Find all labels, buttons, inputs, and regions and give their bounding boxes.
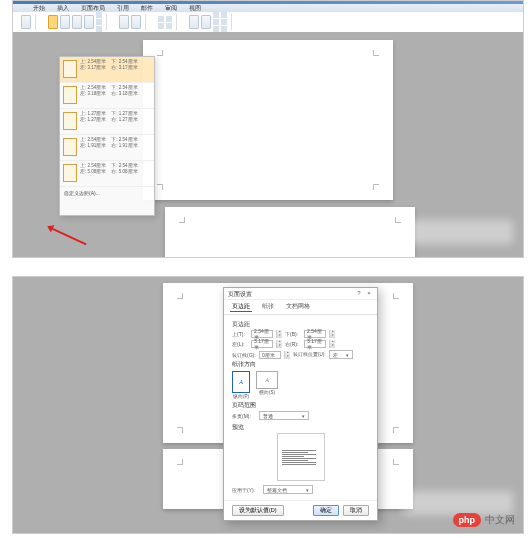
preview-thumbnail [277, 433, 325, 481]
margins-section-label: 页边距 [232, 321, 369, 328]
apply-to-label: 应用于(Y): [232, 487, 260, 493]
margin-option-narrow[interactable]: 上: 1.27厘米下: 1.27厘米 左: 1.27厘米右: 1.27厘米 [60, 109, 154, 135]
orientation-landscape[interactable]: A [256, 371, 278, 389]
ribbon-tab[interactable]: 开始 [33, 4, 45, 12]
orientation-portrait[interactable]: A [232, 371, 250, 393]
bring-forward[interactable] [213, 12, 219, 18]
dialog-close-icon[interactable]: × [365, 290, 373, 297]
margin-preset-icon [63, 60, 77, 78]
preview-section-label: 预览 [232, 424, 369, 431]
ribbon-group-background [115, 14, 146, 30]
bottom-label: 下(B): [285, 331, 301, 337]
spinner-icon[interactable]: ▴▾ [329, 330, 335, 338]
gutter-pos-label: 装订线位置(U): [293, 352, 326, 357]
line-numbers-button[interactable] [96, 19, 102, 25]
portrait-icon: A [239, 379, 243, 385]
margin-guide [373, 184, 379, 190]
margin-preset-icon [63, 86, 77, 104]
gutter-label: 装订线(G): [232, 352, 256, 358]
margins-button[interactable] [48, 15, 58, 29]
watermark-text: 中文网 [485, 513, 515, 527]
position-button[interactable] [189, 15, 199, 29]
multi-pages-label: 多页(M): [232, 413, 256, 419]
ribbon-group-pagesetup [44, 14, 107, 30]
margin-guide [157, 184, 163, 190]
margin-guide [177, 427, 183, 433]
watermark: php 中文网 [453, 513, 516, 527]
gutter-input[interactable]: 0厘米 [259, 351, 281, 359]
ribbon-group-clipboard [17, 14, 36, 30]
spinner-icon[interactable]: ▴▾ [329, 340, 335, 348]
margin-guide [157, 50, 163, 56]
dialog-footer: 设为默认值(D) 确定 取消 [224, 500, 377, 520]
wrap-button[interactable] [201, 15, 211, 29]
document-page-2[interactable] [165, 207, 415, 257]
margin-guide [393, 427, 399, 433]
dialog-body: 页边距 上(T): 2.54厘米 ▴▾ 下(B): 2.54厘米 ▴▾ 左(L)… [224, 315, 377, 500]
margin-guide [395, 217, 401, 223]
ribbon-tab[interactable]: 页面布局 [81, 4, 105, 12]
screenshot-word-margins: 开始 插入 页面布局 引用 邮件 审阅 视图 [12, 0, 524, 258]
ok-button[interactable]: 确定 [313, 505, 339, 516]
left-input[interactable]: 3.17厘米 [251, 340, 273, 348]
document-workspace: 上: 2.54厘米下: 2.54厘米 左: 3.17厘米右: 3.17厘米 上:… [13, 32, 523, 258]
watermark-blur [403, 491, 513, 515]
set-default-button[interactable]: 设为默认值(D) [232, 505, 284, 516]
margin-guide [179, 217, 185, 223]
margin-preset-icon [63, 138, 77, 156]
ribbon-tab[interactable]: 邮件 [141, 4, 153, 12]
pages-section-label: 页码范围 [232, 402, 369, 409]
tab-margins[interactable]: 页边距 [230, 302, 252, 312]
document-page-1[interactable] [143, 40, 393, 200]
size-button[interactable] [72, 15, 82, 29]
margin-option-moderate[interactable]: 上: 2.54厘米下: 2.54厘米 左: 1.91厘米右: 1.91厘米 [60, 135, 154, 161]
paste-button[interactable] [21, 15, 31, 29]
margin-guide [177, 293, 183, 299]
dialog-titlebar: 页面设置 ? × [224, 288, 377, 300]
tab-paper[interactable]: 纸张 [260, 302, 276, 312]
margin-guide [177, 459, 183, 465]
ribbon-group-arrange [185, 14, 232, 30]
spinner-icon[interactable]: ▴▾ [276, 340, 282, 348]
ribbon-tab[interactable]: 审阅 [165, 4, 177, 12]
indent-right[interactable] [158, 23, 164, 29]
spacing-after[interactable] [166, 23, 172, 29]
margin-option-last-custom[interactable]: 上: 2.54厘米下: 2.54厘米 左: 3.17厘米右: 3.17厘米 [60, 57, 154, 83]
margins-dropdown: 上: 2.54厘米下: 2.54厘米 左: 3.17厘米右: 3.17厘米 上:… [59, 56, 155, 216]
screenshot-page-setup-dialog: 页面设置 ? × 页边距 纸张 文档网格 页边距 上(T): 2.54厘米 ▴▾… [12, 276, 524, 534]
orientation-section-label: 纸张方向 [232, 361, 369, 368]
margin-custom-link[interactable]: 自定义边距(A)... [60, 187, 154, 199]
orientation-button[interactable] [60, 15, 70, 29]
cancel-button[interactable]: 取消 [343, 505, 369, 516]
spinner-icon[interactable]: ▴▾ [284, 351, 290, 359]
apply-to-dropdown[interactable]: 整篇文档 [263, 485, 313, 494]
margin-option-normal[interactable]: 上: 2.54厘米下: 2.54厘米 左: 3.18厘米右: 3.18厘米 [60, 83, 154, 109]
watermark-button[interactable] [119, 15, 129, 29]
margin-option-wide[interactable]: 上: 2.54厘米下: 2.54厘米 左: 5.08厘米右: 5.08厘米 [60, 161, 154, 187]
right-input[interactable]: 3.17厘米 [304, 340, 326, 348]
spacing-before[interactable] [166, 16, 172, 22]
top-input[interactable]: 2.54厘米 [251, 330, 273, 338]
gutter-pos-dropdown[interactable]: 左 [329, 350, 353, 359]
tab-layout[interactable]: 文档网格 [284, 302, 312, 312]
top-label: 上(T): [232, 331, 248, 337]
ribbon-tab[interactable]: 插入 [57, 4, 69, 12]
indent-left[interactable] [158, 16, 164, 22]
breaks-button[interactable] [96, 12, 102, 18]
dialog-help-icon[interactable]: ? [355, 290, 363, 297]
send-backward[interactable] [213, 19, 219, 25]
ribbon-group-paragraph [154, 14, 177, 30]
ribbon-tab-row: 开始 插入 页面布局 引用 邮件 审阅 视图 [13, 4, 523, 12]
margin-preset-icon [63, 164, 77, 182]
multi-pages-dropdown[interactable]: 普通 [259, 411, 309, 420]
spinner-icon[interactable]: ▴▾ [276, 330, 282, 338]
group-button[interactable] [221, 19, 227, 25]
landscape-icon: A [265, 377, 269, 383]
page-color-button[interactable] [131, 15, 141, 29]
ribbon-tab[interactable]: 视图 [189, 4, 201, 12]
columns-button[interactable] [84, 15, 94, 29]
ribbon-tab[interactable]: 引用 [117, 4, 129, 12]
dialog-tabs: 页边距 纸张 文档网格 [224, 300, 377, 315]
align-button[interactable] [221, 12, 227, 18]
bottom-input[interactable]: 2.54厘米 [304, 330, 326, 338]
